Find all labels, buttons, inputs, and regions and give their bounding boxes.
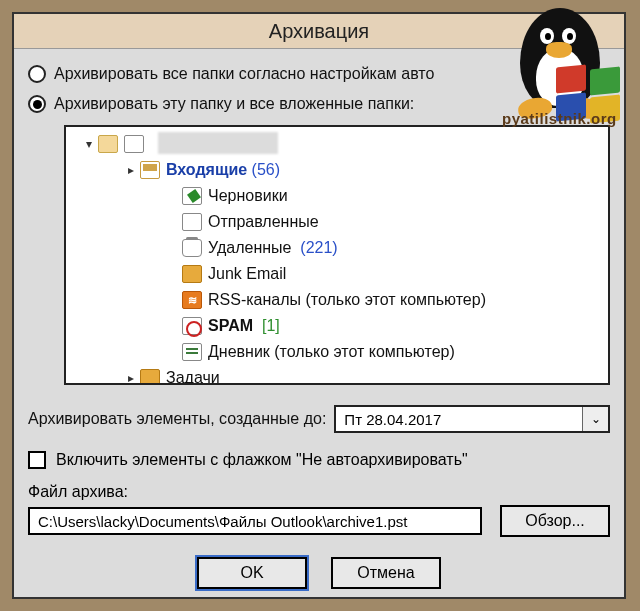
tree-item-deleted[interactable]: ▸ Удаленные (221) [68, 235, 606, 261]
spam-icon [182, 317, 202, 335]
chevron-down-icon: ⌄ [591, 412, 601, 426]
tree-item-label: RSS-каналы (только этот компьютер) [208, 291, 486, 309]
tree-item-label: SPAM [1] [208, 317, 280, 335]
tasks-folder-icon [140, 369, 160, 385]
tree-item-rss[interactable]: ▸ ≋ RSS-каналы (только этот компьютер) [68, 287, 606, 313]
tree-item-journal[interactable]: ▸ Дневник (только этот компьютер) [68, 339, 606, 365]
redacted-account-name [158, 132, 278, 154]
collapse-arrow-icon[interactable]: ▾ [82, 137, 96, 151]
tree-item-sent[interactable]: ▸ Отправленные [68, 209, 606, 235]
junk-folder-icon [182, 265, 202, 283]
archive-file-label: Файл архива: [28, 483, 610, 501]
radio-archive-all-row[interactable]: Архивировать все папки согласно настройк… [28, 65, 610, 83]
archive-file-path: C:\Users\lacky\Documents\Файлы Outlook\a… [38, 513, 407, 530]
include-flagged-row[interactable]: Включить элементы с флажком "Не автоархи… [28, 451, 610, 469]
folder-tree[interactable]: ▾ ▸ Входящие (56) ▸ Черновики ▸ Отправле… [64, 125, 610, 385]
tree-item-label: Входящие (56) [166, 161, 280, 179]
radio-archive-this[interactable] [28, 95, 46, 113]
archive-file-row: C:\Users\lacky\Documents\Файлы Outlook\a… [28, 505, 610, 537]
archive-file-input[interactable]: C:\Users\lacky\Documents\Файлы Outlook\a… [28, 507, 482, 535]
date-label: Архивировать элементы, созданные до: [28, 410, 326, 428]
radio-archive-all[interactable] [28, 65, 46, 83]
dialog-content: Архивировать все папки согласно настройк… [14, 49, 624, 597]
dialog-titlebar: Архивация [14, 14, 624, 49]
browse-button[interactable]: Обзор... [500, 505, 610, 537]
tree-item-junk[interactable]: ▸ Junk Email [68, 261, 606, 287]
radio-archive-all-label: Архивировать все папки согласно настройк… [54, 65, 434, 83]
date-row: Архивировать элементы, созданные до: Пт … [28, 405, 610, 433]
expand-arrow-icon[interactable]: ▸ [124, 163, 138, 177]
datafile-icon [98, 135, 118, 153]
date-field[interactable]: Пт 28.04.2017 ⌄ [334, 405, 610, 433]
tree-item-label: Черновики [208, 187, 288, 205]
radio-archive-this-label: Архивировать эту папку и все вложенные п… [54, 95, 414, 113]
tree-item-label: Junk Email [208, 265, 286, 283]
account-icon [124, 135, 144, 153]
tree-item-inbox[interactable]: ▸ Входящие (56) [68, 157, 606, 183]
ok-button[interactable]: OK [197, 557, 307, 589]
cancel-button[interactable]: Отмена [331, 557, 441, 589]
date-dropdown-button[interactable]: ⌄ [582, 407, 608, 431]
include-flagged-checkbox[interactable] [28, 451, 46, 469]
expand-arrow-icon[interactable]: ▸ [124, 371, 138, 385]
dialog-buttons: OK Отмена [28, 557, 610, 589]
tree-item-drafts[interactable]: ▸ Черновики [68, 183, 606, 209]
tree-item-tasks[interactable]: ▸ Задачи [68, 365, 606, 385]
sent-icon [182, 213, 202, 231]
rss-icon: ≋ [182, 291, 202, 309]
tree-root-label [150, 135, 154, 153]
drafts-icon [182, 187, 202, 205]
trash-icon [182, 239, 202, 257]
tree-root-row[interactable]: ▾ [68, 131, 606, 157]
journal-icon [182, 343, 202, 361]
inbox-icon [140, 161, 160, 179]
tree-item-spam[interactable]: ▸ SPAM [1] [68, 313, 606, 339]
tree-item-label: Дневник (только этот компьютер) [208, 343, 455, 361]
tree-item-label: Отправленные [208, 213, 319, 231]
archive-dialog: Архивация Архивировать все папки согласн… [12, 12, 626, 599]
radio-archive-this-row[interactable]: Архивировать эту папку и все вложенные п… [28, 95, 610, 113]
tree-item-label: Задачи [166, 369, 220, 385]
tree-item-label: Удаленные (221) [208, 239, 338, 257]
date-value: Пт 28.04.2017 [336, 411, 582, 428]
include-flagged-label: Включить элементы с флажком "Не автоархи… [56, 451, 468, 469]
dialog-title: Архивация [269, 20, 369, 43]
